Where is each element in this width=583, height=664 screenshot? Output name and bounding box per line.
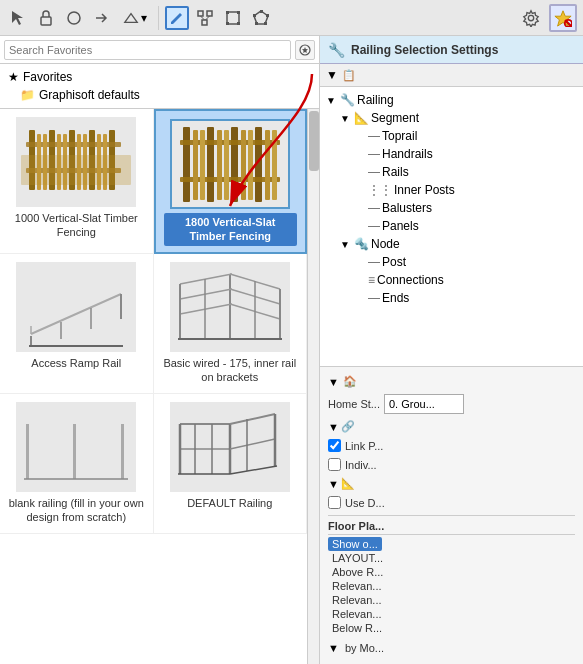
favorites-star-icon[interactable] [549, 4, 577, 32]
nodes-icon[interactable] [193, 6, 217, 30]
settings-panel: 🔧 Railing Selection Settings ▼ 📋 ▼ 🔧 Rai… [320, 36, 583, 664]
tree-handrails[interactable]: — Handrails [348, 145, 583, 163]
item-label-3: Access Ramp Rail [31, 356, 121, 370]
polygon-icon[interactable] [249, 6, 273, 30]
shape-dropdown[interactable]: ▾ [118, 7, 152, 29]
tree-connections[interactable]: ≡ Connections [348, 271, 583, 289]
small-icon-1: 📋 [342, 69, 356, 82]
expand-icon: ▼ [324, 95, 338, 106]
scrollbar[interactable] [307, 109, 319, 664]
svg-rect-47 [200, 130, 205, 200]
tree-rails[interactable]: — Rails [348, 163, 583, 181]
below-r-item[interactable]: Below R... [328, 621, 575, 635]
connections-label: Connections [377, 273, 444, 287]
small-icon-3: 🔗 [341, 420, 355, 433]
settings-titlebar: 🔧 Railing Selection Settings [320, 36, 583, 64]
svg-rect-53 [272, 130, 277, 200]
svg-rect-50 [241, 130, 246, 200]
rails-label: Rails [382, 165, 409, 179]
indiv-checkbox[interactable] [328, 458, 341, 471]
use-d-checkbox[interactable] [328, 496, 341, 509]
segment-label: Segment [371, 111, 419, 125]
link-p-checkbox[interactable] [328, 439, 341, 452]
resize-icon[interactable] [221, 6, 245, 30]
list-item[interactable]: 1000 Vertical-Slat Timber Fencing [0, 109, 154, 254]
tree-ends[interactable]: — Ends [348, 289, 583, 307]
dropdown-arrow-4[interactable]: ▼ [328, 478, 339, 490]
lock-icon[interactable] [34, 6, 58, 30]
scroll-thumb[interactable] [309, 111, 319, 171]
svg-rect-14 [260, 10, 263, 13]
dropdown-row-2: ▼ 🔗 [328, 420, 575, 433]
settings-icon[interactable] [517, 4, 545, 32]
arrow-icon[interactable] [90, 6, 114, 30]
relevant3-item[interactable]: Relevan... [328, 607, 575, 621]
edit-icon[interactable] [165, 6, 189, 30]
search-settings-button[interactable] [295, 40, 315, 60]
svg-line-88 [230, 466, 277, 474]
svg-line-54 [31, 294, 121, 334]
tree-segment[interactable]: ▼ 📐 Segment [334, 109, 583, 127]
dropdown-arrow-5[interactable]: ▼ [328, 642, 339, 654]
post-icon: — [368, 255, 380, 269]
item-label-6: DEFAULT Railing [187, 496, 272, 510]
tree-node[interactable]: ▼ 🔩 Node [334, 235, 583, 253]
small-icon-4: 📐 [341, 477, 355, 490]
indiv-label: Indiv... [345, 459, 377, 471]
svg-line-83 [230, 414, 275, 424]
svg-rect-5 [202, 20, 207, 25]
favorites-folder[interactable]: ★ Favorites [0, 68, 319, 86]
search-input[interactable] [4, 40, 291, 60]
rails-icon: — [368, 165, 380, 179]
by-mo-item[interactable]: by Mo... [341, 641, 388, 655]
link-p-label: Link P... [345, 440, 383, 452]
list-item[interactable]: Access Ramp Rail [0, 254, 154, 394]
favorites-icon: ★ [8, 70, 19, 84]
svg-rect-40 [183, 127, 190, 202]
svg-rect-42 [231, 127, 238, 202]
show-on-button[interactable]: Show o... [328, 537, 382, 551]
above-r-item[interactable]: Above R... [328, 565, 575, 579]
dropdown-arrow-3[interactable]: ▼ [328, 421, 339, 433]
relevant2-item[interactable]: Relevan... [328, 593, 575, 607]
svg-rect-52 [265, 130, 270, 200]
svg-rect-9 [226, 11, 229, 14]
tree-post[interactable]: — Post [348, 253, 583, 271]
folder-icon: 📁 [20, 88, 35, 102]
list-item[interactable]: Basic wired - 175, inner rail on bracket… [154, 254, 308, 394]
item-thumbnail-4 [170, 262, 290, 352]
tree-inner-posts[interactable]: ⋮⋮ Inner Posts [348, 181, 583, 199]
dropdown-arrow-1[interactable]: ▼ [326, 68, 338, 82]
circle-icon[interactable] [62, 6, 86, 30]
home-story-value-row: Home St... 0. Grou... [328, 394, 575, 414]
inner-posts-icon: ⋮⋮ [368, 183, 392, 197]
home-story-value[interactable]: 0. Grou... [384, 394, 464, 414]
item-thumbnail-1 [16, 117, 136, 207]
show-on-row: Show o... [328, 537, 575, 551]
svg-rect-51 [248, 130, 253, 200]
toprail-icon: — [368, 129, 380, 143]
svg-rect-4 [207, 11, 212, 16]
connections-icon: ≡ [368, 273, 375, 287]
dropdown-arrow-2[interactable]: ▼ [328, 376, 339, 388]
balusters-icon: — [368, 201, 380, 215]
graphisoft-defaults-folder[interactable]: 📁 Graphisoft defaults [0, 86, 319, 104]
separator1 [158, 6, 159, 30]
dropdown-row-3: ▼ 📐 [328, 477, 575, 490]
tree-toprail[interactable]: — Toprail [348, 127, 583, 145]
layout-item[interactable]: LAYOUT... [328, 551, 575, 565]
relevant1-item[interactable]: Relevan... [328, 579, 575, 593]
svg-rect-18 [253, 14, 256, 17]
tree-railing[interactable]: ▼ 🔧 Railing [320, 91, 583, 109]
list-item[interactable]: 1800 Vertical-Slat Timber Fencing [154, 109, 308, 254]
item-thumbnail-6 [170, 402, 290, 492]
tree-balusters[interactable]: — Balusters [348, 199, 583, 217]
list-item[interactable]: DEFAULT Railing [154, 394, 308, 534]
pointer-tool[interactable] [6, 6, 30, 30]
svg-line-68 [180, 289, 232, 299]
main-toolbar: ▾ [0, 0, 583, 36]
list-item[interactable]: blank railing (fill in your own design f… [0, 394, 154, 534]
tree-panels[interactable]: — Panels [348, 217, 583, 235]
item-thumbnail-3 [16, 262, 136, 352]
svg-rect-73 [26, 424, 29, 479]
